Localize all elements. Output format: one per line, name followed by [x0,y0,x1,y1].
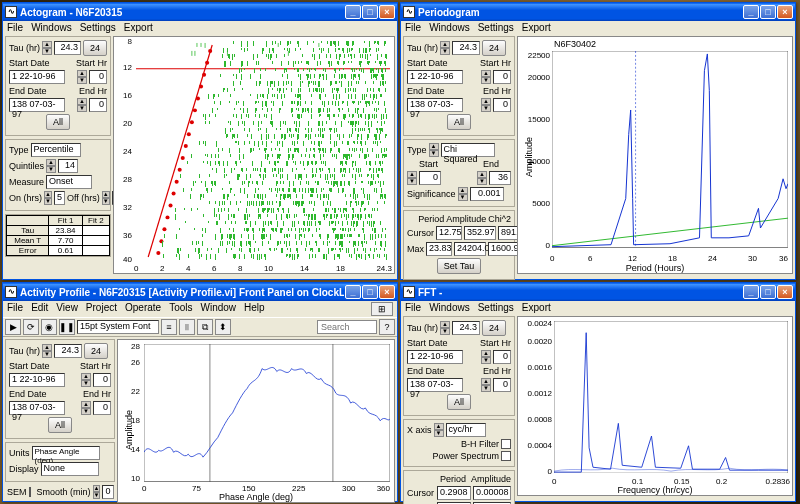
run-continuous-button[interactable]: ⟳ [23,319,39,335]
tau-24-button[interactable]: 24 [83,40,107,56]
menu-windows[interactable]: Windows [429,302,470,313]
menu-export[interactable]: Export [124,22,153,33]
maximize-button[interactable]: □ [362,5,378,19]
maximize-button[interactable]: □ [760,285,776,299]
maximize-button[interactable]: □ [760,5,776,19]
periodogram-titlebar[interactable]: ∿ Periodogram _ □ × [401,3,795,21]
abort-button[interactable]: ◉ [41,319,57,335]
all-button[interactable]: All [447,394,471,410]
menu-windows[interactable]: Windows [429,22,470,33]
menu-tools[interactable]: Tools [169,302,192,316]
sem-checkbox[interactable] [29,487,31,497]
resize-icon[interactable]: ⧉ [197,319,213,335]
tau-spinner[interactable]: ▲▼ [42,41,52,55]
close-button[interactable]: × [777,5,793,19]
activity-menubar: File Edit View Project Operate Tools Win… [3,301,397,317]
help-icon[interactable]: ? [379,319,395,335]
quintiles-spinner[interactable]: ▲▼ [46,159,56,173]
units-select[interactable]: Phase Angle (deg) [32,446,100,460]
start-date-field[interactable]: 1 22-10-96 [407,70,463,84]
xlabel: Frequency (hr/cyc) [617,485,692,495]
fft-titlebar[interactable]: ∿ FFT - _ □ × [401,283,795,301]
all-button[interactable]: All [46,114,70,130]
menu-file[interactable]: File [405,302,421,313]
activity-window: ∿ Activity Profile - N6F20315 [Activity … [2,282,398,502]
minimize-button[interactable]: _ [743,5,759,19]
menu-windows[interactable]: Windows [31,22,72,33]
end-date-field[interactable]: 138 07-03-97 [9,98,65,112]
display-select[interactable]: None [41,462,99,476]
type-select[interactable]: Percentile [31,143,81,157]
close-button[interactable]: × [379,5,395,19]
start-date-field[interactable]: 1 22-10-96 [9,70,65,84]
range-end-field[interactable]: 36 [489,171,511,185]
align-icon[interactable]: ≡ [161,319,177,335]
activity-titlebar[interactable]: ∿ Activity Profile - N6F20315 [Activity … [3,283,397,301]
actogram-plot[interactable]: 8 12 16 20 24 28 32 36 40 0 2 4 6 8 10 1… [113,36,395,274]
power-spectrum-checkbox[interactable] [501,451,511,461]
measure-select[interactable]: Onset [46,175,92,189]
search-input[interactable] [317,320,377,334]
quintiles-label: Quintiles [9,161,44,171]
all-button[interactable]: All [447,114,471,130]
menu-window[interactable]: Window [200,302,236,316]
activity-plot[interactable]: Amplitude Phase Angle (deg) 10 14 18 22 … [117,339,395,503]
fit-table: Fit 1Fit 2 Tau23.84 Mean T7.70 Error0.61 [6,215,110,256]
xaxis-select[interactable]: cyc/hr [446,423,486,437]
significance-field[interactable]: 0.001 [470,187,504,201]
type-select[interactable]: Chi Squared [441,143,495,157]
menu-settings[interactable]: Settings [80,22,116,33]
tau-24-button[interactable]: 24 [482,320,506,336]
font-select[interactable]: 15pt System Font [77,320,159,334]
range-start-field[interactable]: 0 [419,171,441,185]
tau-input[interactable]: 24.3 [452,41,480,55]
close-button[interactable]: × [379,285,395,299]
fit1-tau: 23.84 [49,226,82,236]
menu-export[interactable]: Export [522,302,551,313]
on-hrs-field[interactable]: 5 [54,191,65,205]
off-spinner[interactable]: ▲▼ [102,191,110,205]
run-button[interactable]: ▶ [5,319,21,335]
end-hr-field[interactable]: 0 [89,98,107,112]
menu-file[interactable]: File [7,22,23,33]
minimize-button[interactable]: _ [743,285,759,299]
menu-export[interactable]: Export [522,22,551,33]
bh-filter-checkbox[interactable] [501,439,511,449]
on-spinner[interactable]: ▲▼ [44,191,52,205]
start-hr-field[interactable]: 0 [89,70,107,84]
tau-24-button[interactable]: 24 [482,40,506,56]
menu-file[interactable]: File [7,302,23,316]
smooth-field[interactable]: 0 [102,485,113,499]
pause-button[interactable]: ❚❚ [59,319,75,335]
close-button[interactable]: × [777,285,793,299]
menu-project[interactable]: Project [86,302,117,316]
menu-settings[interactable]: Settings [478,302,514,313]
set-tau-button[interactable]: Set Tau [437,258,481,274]
end-date-field[interactable]: 138 07-03-97 [407,98,463,112]
actogram-titlebar[interactable]: ∿ Actogram - N6F20315 _ □ × [3,3,397,21]
reorder-icon[interactable]: ⬍ [215,319,231,335]
maximize-button[interactable]: □ [362,285,378,299]
tau-input[interactable]: 24.3 [54,41,81,55]
periodogram-plot[interactable]: N6F30402 Amplitude Period (Hours) 0 5000… [517,36,793,274]
menu-edit[interactable]: Edit [31,302,48,316]
tau-24-button[interactable]: 24 [84,343,108,359]
minimize-button[interactable]: _ [345,285,361,299]
fft-plot[interactable]: Frequency (hr/cyc) 0 0.0004 0.0008 0.001… [517,316,793,496]
minimize-button[interactable]: _ [345,5,361,19]
vi-icon[interactable]: ⊞ [371,302,393,316]
quintiles-field[interactable]: 14 [58,159,78,173]
menu-operate[interactable]: Operate [125,302,161,316]
menu-view[interactable]: View [56,302,78,316]
tau-input[interactable]: 24.3 [54,344,82,358]
end-hr-spinner[interactable]: ▲▼ [77,98,87,112]
menu-file[interactable]: File [405,22,421,33]
menu-help[interactable]: Help [244,302,265,316]
all-button[interactable]: All [48,417,72,433]
start-hr-spinner[interactable]: ▲▼ [77,70,87,84]
distribute-icon[interactable]: ⫴ [179,319,195,335]
tau-input[interactable]: 24.3 [452,321,480,335]
type-label: Type [9,145,29,155]
results-panel: PeriodAmplitudeChi^2 Cursor12.75352.9789… [403,210,515,280]
menu-settings[interactable]: Settings [478,22,514,33]
